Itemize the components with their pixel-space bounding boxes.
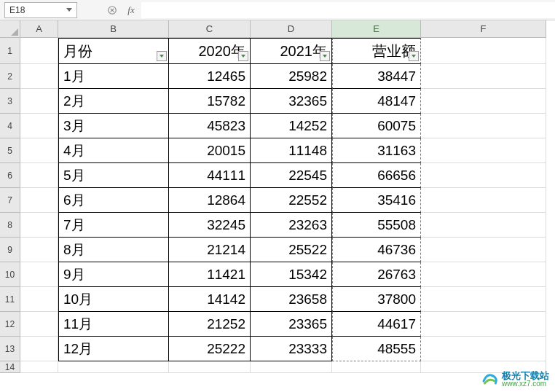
- cell-month-11[interactable]: 11月: [58, 312, 169, 337]
- cell-2021-11[interactable]: 23365: [251, 312, 332, 337]
- row-header-5[interactable]: 5: [0, 138, 20, 163]
- cell-2020-6[interactable]: 12864: [169, 188, 251, 213]
- header-total[interactable]: 营业额: [332, 38, 421, 64]
- cell-A14[interactable]: [20, 361, 58, 373]
- cell-F9[interactable]: [421, 238, 546, 262]
- cell-F5[interactable]: [421, 138, 546, 163]
- cell-total-3[interactable]: 60075: [332, 114, 421, 138]
- cell-A3[interactable]: [20, 89, 58, 114]
- row-header-10[interactable]: 10: [0, 262, 20, 287]
- header-month[interactable]: 月份: [58, 38, 169, 64]
- row-header-2[interactable]: 2: [0, 64, 20, 89]
- column-header-B[interactable]: B: [58, 20, 169, 38]
- cancel-icon[interactable]: [106, 4, 118, 16]
- column-header-C[interactable]: C: [169, 20, 251, 38]
- name-box[interactable]: E18: [4, 2, 77, 18]
- row-header-1[interactable]: 1: [0, 38, 20, 64]
- cell-2021-2[interactable]: 32365: [251, 89, 332, 114]
- cell-F3[interactable]: [421, 89, 546, 114]
- cell-total-5[interactable]: 66656: [332, 163, 421, 188]
- cell-total-10[interactable]: 37800: [332, 287, 421, 312]
- header-2020[interactable]: 2020年: [169, 38, 251, 64]
- cell-2021-7[interactable]: 23263: [251, 213, 332, 238]
- cell-total-9[interactable]: 26763: [332, 262, 421, 287]
- filter-dropdown-icon[interactable]: [238, 51, 248, 61]
- cell-2021-9[interactable]: 15342: [251, 262, 332, 287]
- cell-total-2[interactable]: 48147: [332, 89, 421, 114]
- row-header-9[interactable]: 9: [0, 238, 20, 262]
- row-header-7[interactable]: 7: [0, 188, 20, 213]
- cell-F13[interactable]: [421, 337, 546, 361]
- cell-month-4[interactable]: 4月: [58, 138, 169, 163]
- header-2021[interactable]: 2021年: [251, 38, 332, 64]
- filter-dropdown-icon[interactable]: [409, 51, 419, 61]
- cell-2021-6[interactable]: 22552: [251, 188, 332, 213]
- row-header-14[interactable]: 14: [0, 361, 20, 373]
- cell-A7[interactable]: [20, 188, 58, 213]
- cell-F7[interactable]: [421, 188, 546, 213]
- cell-A4[interactable]: [20, 114, 58, 138]
- cell-F1[interactable]: [421, 38, 546, 64]
- cell-A11[interactable]: [20, 287, 58, 312]
- cell-F11[interactable]: [421, 287, 546, 312]
- cell-F6[interactable]: [421, 163, 546, 188]
- cell-D14[interactable]: [251, 361, 332, 373]
- cell-A10[interactable]: [20, 262, 58, 287]
- cell-F8[interactable]: [421, 213, 546, 238]
- cell-A9[interactable]: [20, 238, 58, 262]
- cell-month-7[interactable]: 7月: [58, 213, 169, 238]
- cell-total-11[interactable]: 44617: [332, 312, 421, 337]
- row-header-4[interactable]: 4: [0, 114, 20, 138]
- cell-total-12[interactable]: 48555: [332, 337, 421, 361]
- row-header-3[interactable]: 3: [0, 89, 20, 114]
- row-header-12[interactable]: 12: [0, 312, 20, 337]
- cell-2020-11[interactable]: 21252: [169, 312, 251, 337]
- cell-month-12[interactable]: 12月: [58, 337, 169, 361]
- cell-2020-7[interactable]: 32245: [169, 213, 251, 238]
- cell-F2[interactable]: [421, 64, 546, 89]
- cell-2021-5[interactable]: 22545: [251, 163, 332, 188]
- cell-2020-8[interactable]: 21214: [169, 238, 251, 262]
- filter-dropdown-icon[interactable]: [157, 51, 167, 61]
- cell-month-10[interactable]: 10月: [58, 287, 169, 312]
- column-header-A[interactable]: A: [20, 20, 58, 38]
- cell-A5[interactable]: [20, 138, 58, 163]
- cell-2021-4[interactable]: 11148: [251, 138, 332, 163]
- cell-2020-10[interactable]: 14142: [169, 287, 251, 312]
- cell-2021-3[interactable]: 14252: [251, 114, 332, 138]
- row-header-6[interactable]: 6: [0, 163, 20, 188]
- cell-total-7[interactable]: 55508: [332, 213, 421, 238]
- cell-A6[interactable]: [20, 163, 58, 188]
- cell-2020-3[interactable]: 45823: [169, 114, 251, 138]
- cell-2020-5[interactable]: 44111: [169, 163, 251, 188]
- cell-2021-12[interactable]: 23333: [251, 337, 332, 361]
- formula-input[interactable]: [141, 2, 555, 18]
- cell-C14[interactable]: [169, 361, 251, 373]
- cell-F4[interactable]: [421, 114, 546, 138]
- cell-F10[interactable]: [421, 262, 546, 287]
- select-all-corner[interactable]: [0, 20, 20, 38]
- cell-month-6[interactable]: 6月: [58, 188, 169, 213]
- cell-2020-12[interactable]: 25222: [169, 337, 251, 361]
- cell-month-9[interactable]: 9月: [58, 262, 169, 287]
- cell-month-1[interactable]: 1月: [58, 64, 169, 89]
- cell-month-5[interactable]: 5月: [58, 163, 169, 188]
- cell-2020-9[interactable]: 11421: [169, 262, 251, 287]
- cell-A1[interactable]: [20, 38, 58, 64]
- row-header-8[interactable]: 8: [0, 213, 20, 238]
- cell-F12[interactable]: [421, 312, 546, 337]
- filter-dropdown-icon[interactable]: [320, 51, 330, 61]
- cell-2021-10[interactable]: 23658: [251, 287, 332, 312]
- cell-total-8[interactable]: 46736: [332, 238, 421, 262]
- column-header-F[interactable]: F: [421, 20, 546, 38]
- cell-2021-8[interactable]: 25522: [251, 238, 332, 262]
- cell-A2[interactable]: [20, 64, 58, 89]
- cell-E14[interactable]: [332, 361, 421, 373]
- cell-A13[interactable]: [20, 337, 58, 361]
- cell-total-1[interactable]: 38447: [332, 64, 421, 89]
- column-header-D[interactable]: D: [251, 20, 332, 38]
- row-header-13[interactable]: 13: [0, 337, 20, 361]
- cell-2020-1[interactable]: 12465: [169, 64, 251, 89]
- row-header-11[interactable]: 11: [0, 287, 20, 312]
- cell-total-4[interactable]: 31163: [332, 138, 421, 163]
